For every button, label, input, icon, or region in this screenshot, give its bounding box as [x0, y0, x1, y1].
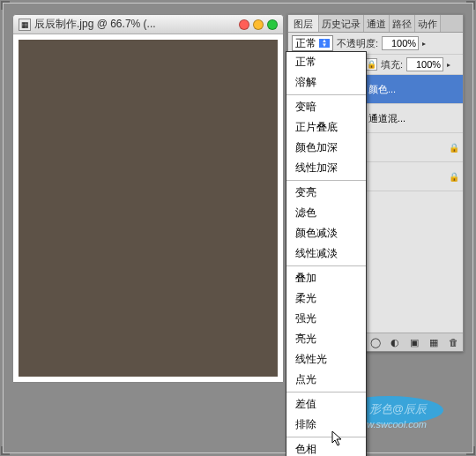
blend-mode-option[interactable]: 滤色	[286, 203, 366, 223]
layer-name[interactable]: 通道混...	[368, 112, 459, 125]
layer-name[interactable]: 颜色...	[368, 83, 459, 96]
select-arrows-icon: ▲▼	[319, 39, 330, 48]
blend-mode-option[interactable]: 点光	[286, 370, 366, 390]
blend-mode-option[interactable]: 强光	[286, 309, 366, 329]
tab-channels[interactable]: 通道	[364, 15, 390, 32]
chevron-right-icon[interactable]: ▸	[447, 61, 450, 69]
blend-mode-option[interactable]: 溶解	[286, 72, 366, 93]
chevron-right-icon[interactable]: ▸	[422, 40, 426, 48]
tab-history[interactable]: 历史记录	[319, 15, 364, 32]
blend-mode-option[interactable]: 线性减淡	[286, 243, 366, 264]
file-icon: ▦	[19, 19, 31, 31]
mask-icon[interactable]: ◯	[368, 336, 383, 348]
blend-mode-option[interactable]: 差值	[286, 394, 366, 415]
opacity-label: 不透明度:	[337, 37, 378, 50]
folder-icon[interactable]: ▣	[407, 336, 421, 348]
separator	[286, 437, 366, 437]
fill-label: 填充:	[381, 58, 403, 71]
separator	[286, 94, 366, 95]
blend-mode-option[interactable]: 正片叠底	[286, 117, 366, 138]
document-window: ▦ 辰辰制作.jpg @ 66.7% (...	[12, 14, 284, 383]
blend-mode-option[interactable]: 亮光	[286, 329, 366, 349]
blend-mode-option[interactable]: 正常	[286, 52, 366, 72]
titlebar[interactable]: ▦ 辰辰制作.jpg @ 66.7% (...	[13, 15, 283, 34]
fill-input[interactable]: 100%	[406, 57, 443, 71]
document-title: 辰辰制作.jpg @ 66.7% (...	[34, 17, 235, 32]
minimize-button[interactable]	[253, 19, 264, 30]
lock-icon: 🔒	[449, 143, 459, 153]
new-layer-icon[interactable]: ▦	[427, 336, 441, 348]
tab-layers[interactable]: 图层	[288, 15, 319, 32]
watermark-text: 形色@辰辰	[369, 401, 427, 417]
blend-mode-option[interactable]: 线性加深	[286, 158, 366, 178]
adjustment-icon[interactable]: ◐	[388, 336, 402, 348]
opacity-input[interactable]: 100%	[382, 36, 419, 50]
trash-icon[interactable]: 🗑	[446, 336, 460, 348]
tab-actions[interactable]: 动作	[415, 15, 441, 32]
separator	[286, 265, 366, 266]
panel-tabs: 图层 历史记录 通道 路径 动作	[288, 15, 463, 33]
blend-mode-option[interactable]: 线性光	[286, 349, 366, 370]
canvas[interactable]	[19, 40, 278, 377]
blend-mode-option[interactable]: 叠加	[286, 268, 366, 288]
lock-all-icon[interactable]: 🔒	[365, 58, 377, 71]
blend-mode-option[interactable]: 柔光	[286, 288, 366, 309]
blend-mode-value: 正常	[295, 36, 316, 51]
blend-mode-option[interactable]: 色相	[286, 439, 366, 456]
separator	[286, 180, 366, 181]
blend-mode-option[interactable]: 颜色加深	[286, 138, 366, 158]
separator	[286, 392, 366, 392]
blend-mode-option[interactable]: 排除	[286, 415, 366, 435]
zoom-button[interactable]	[267, 19, 278, 30]
blend-mode-dropdown[interactable]: 正常溶解变暗正片叠底颜色加深线性加深变亮滤色颜色减淡线性减淡叠加柔光强光亮光线性…	[286, 51, 367, 456]
lock-icon: 🔒	[449, 172, 459, 182]
tab-paths[interactable]: 路径	[390, 15, 415, 32]
canvas-area[interactable]	[13, 34, 283, 382]
blend-mode-option[interactable]: 变暗	[286, 97, 366, 117]
blend-mode-select[interactable]: 正常 ▲▼	[292, 35, 333, 51]
blend-mode-option[interactable]: 变亮	[286, 183, 366, 203]
close-button[interactable]	[239, 19, 249, 30]
blend-mode-option[interactable]: 颜色减淡	[286, 223, 366, 243]
